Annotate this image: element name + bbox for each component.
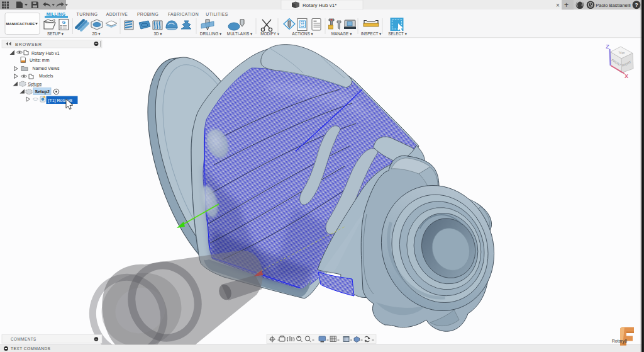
svg-text:MANUFACTURE: MANUFACTURE [6, 22, 35, 26]
svg-text:BROWSER: BROWSER [15, 42, 42, 47]
svg-text:+: + [564, 1, 569, 9]
svg-text:Setup2: Setup2 [35, 89, 50, 94]
svg-text:Named Views: Named Views [33, 66, 60, 71]
svg-text:TEXT COMMANDS: TEXT COMMANDS [11, 346, 51, 351]
svg-text:?: ? [635, 2, 638, 8]
svg-text:ACTIONS ▾: ACTIONS ▾ [292, 31, 313, 36]
svg-text:X: X [625, 73, 628, 79]
svg-text:Z: Z [606, 43, 609, 50]
svg-text:2D ▾: 2D ▾ [92, 31, 101, 36]
svg-text:Rotary Hub v1: Rotary Hub v1 [31, 51, 60, 56]
svg-text:3D ▾: 3D ▾ [153, 31, 162, 36]
svg-text:Paolo Bastianelli: Paolo Bastianelli [596, 3, 631, 8]
svg-text:Setups: Setups [28, 82, 42, 87]
svg-text:UTILITIES: UTILITIES [206, 12, 228, 16]
svg-text:MANAGE ▾: MANAGE ▾ [331, 31, 352, 36]
svg-text:G2: G2 [301, 25, 305, 28]
svg-text:DRILLING ▾: DRILLING ▾ [200, 31, 222, 36]
svg-text:MILLING: MILLING [47, 12, 66, 16]
svg-text:Models: Models [39, 74, 53, 78]
svg-text:Rotary8: Rotary8 [612, 339, 628, 344]
svg-text:SELECT ▾: SELECT ▾ [388, 31, 408, 36]
svg-text:SETUP ▾: SETUP ▾ [47, 31, 64, 36]
svg-text:Rotary Hub v1*: Rotary Hub v1* [303, 3, 336, 8]
svg-text:MODIFY ▾: MODIFY ▾ [260, 31, 280, 36]
svg-text:×: × [556, 2, 560, 9]
svg-text:MULTI-AXIS ▾: MULTI-AXIS ▾ [227, 31, 253, 36]
svg-text:ADDITIVE: ADDITIVE [106, 12, 128, 16]
svg-text:TURNING: TURNING [77, 12, 98, 16]
svg-text:FABRICATION: FABRICATION [168, 12, 199, 16]
svg-text:Units: mm: Units: mm [30, 58, 50, 62]
svg-text:INSPECT ▾: INSPECT ▾ [361, 31, 382, 36]
svg-text:PROBING: PROBING [137, 12, 158, 16]
svg-text:G: G [62, 20, 66, 25]
svg-text:COMMENTS: COMMENTS [11, 337, 36, 341]
